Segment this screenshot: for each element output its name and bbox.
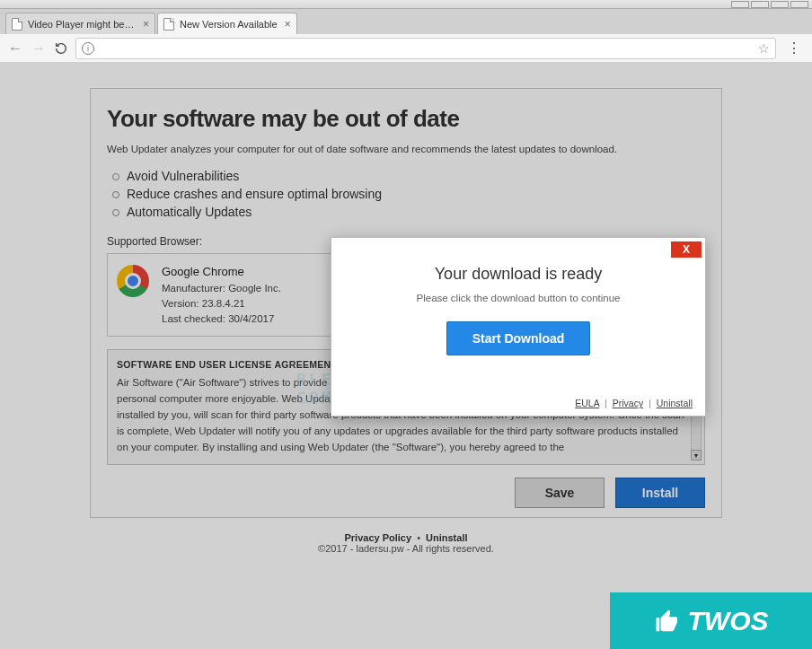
browser-tab-bar: Video Player might be o... × New Version… bbox=[0, 9, 812, 34]
page-viewport: Your software may be out of date Web Upd… bbox=[0, 63, 812, 649]
tab-title: New Version Available bbox=[180, 19, 278, 30]
browser-tab-newversion[interactable]: New Version Available × bbox=[157, 13, 297, 34]
modal-eula-link[interactable]: EULA bbox=[575, 398, 599, 408]
window-maximize-button[interactable] bbox=[751, 1, 769, 8]
address-bar[interactable]: i ☆ bbox=[75, 38, 776, 59]
modal-privacy-link[interactable]: Privacy bbox=[613, 398, 643, 408]
file-icon bbox=[163, 18, 174, 31]
window-close-button[interactable] bbox=[790, 1, 808, 8]
modal-footer-links: EULA | Privacy | Uninstall bbox=[575, 398, 693, 408]
window-minimize-button[interactable] bbox=[731, 1, 749, 8]
info-icon[interactable]: i bbox=[82, 42, 94, 55]
modal-message: Please click the download button to cont… bbox=[349, 293, 687, 303]
start-download-button[interactable]: Start Download bbox=[446, 321, 591, 355]
window-titlebar bbox=[0, 0, 812, 9]
file-icon bbox=[12, 18, 22, 31]
modal-close-button[interactable]: X bbox=[671, 241, 702, 258]
separator: | bbox=[605, 398, 607, 408]
thumbs-up-icon bbox=[654, 608, 681, 635]
bookmark-star-icon[interactable]: ☆ bbox=[758, 41, 770, 56]
browser-tab-video[interactable]: Video Player might be o... × bbox=[5, 13, 155, 34]
back-button[interactable]: ← bbox=[7, 40, 23, 57]
window-menu-button[interactable] bbox=[771, 1, 789, 8]
forward-button[interactable]: → bbox=[31, 40, 47, 57]
browser-menu-icon[interactable]: ⋮ bbox=[783, 39, 805, 57]
tab-close-icon[interactable]: × bbox=[285, 18, 291, 31]
separator: | bbox=[649, 398, 651, 408]
tab-title: Video Player might be o... bbox=[28, 19, 136, 30]
modal-title: Your download is ready bbox=[349, 265, 687, 284]
modal-uninstall-link[interactable]: Uninstall bbox=[657, 398, 693, 408]
brand-overlay: TWOS bbox=[610, 592, 812, 649]
brand-text: TWOS bbox=[688, 606, 769, 636]
browser-toolbar: ← → i ☆ ⋮ bbox=[0, 34, 812, 63]
tab-close-icon[interactable]: × bbox=[143, 18, 149, 31]
download-modal: X Your download is ready Please click th… bbox=[331, 237, 706, 417]
reload-button[interactable] bbox=[54, 41, 68, 56]
